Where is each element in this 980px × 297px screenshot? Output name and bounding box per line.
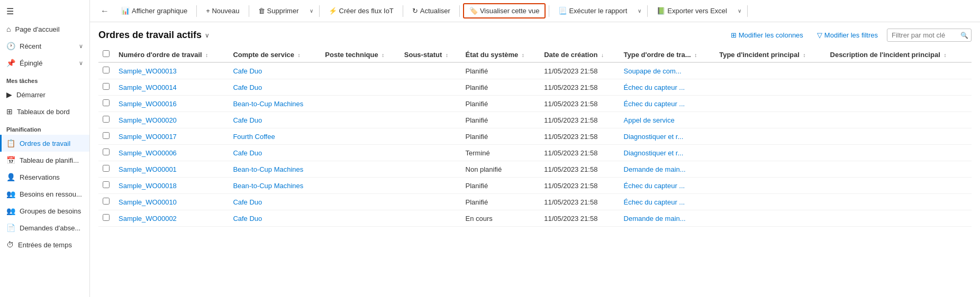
modify-filters-button[interactable]: ▽ Modifier les filtres: [812, 29, 883, 42]
executer-rapport-button[interactable]: 📃 Exécuter le rapport: [552, 4, 633, 18]
col-type-ordre[interactable]: Type d'ordre de tra... ↕: [620, 47, 715, 62]
sidebar-item-besoins-ressou[interactable]: 👥 Besoins en ressou...: [0, 185, 89, 202]
sidebar-item-tableau-planif[interactable]: 📅 Tableau de planifi...: [0, 152, 89, 169]
col-sous-statut[interactable]: Sous-statut ↕: [400, 47, 461, 62]
row-checkbox[interactable]: [103, 83, 110, 90]
afficher-graphique-button[interactable]: 📊 Afficher graphique: [115, 4, 193, 18]
row-checkbox-cell[interactable]: [98, 194, 114, 210]
row-numero[interactable]: Sample_WO00020: [114, 112, 229, 128]
home-icon: ⌂: [6, 25, 11, 33]
row-checkbox[interactable]: [103, 132, 110, 139]
row-checkbox-cell[interactable]: [98, 79, 114, 96]
row-type-ordre[interactable]: Échec du capteur ...: [620, 96, 715, 112]
page-title-dropdown[interactable]: ∨: [205, 32, 210, 39]
actualiser-button[interactable]: ↻ Actualiser: [406, 4, 456, 18]
row-numero[interactable]: Sample_WO00014: [114, 79, 229, 96]
sidebar-item-tableaux[interactable]: ⊞ Tableaux de bord: [0, 103, 89, 120]
row-checkbox[interactable]: [103, 116, 110, 123]
group-icon-2: 👥: [6, 207, 15, 215]
sidebar-item-reservations[interactable]: 👤 Réservations: [0, 169, 89, 185]
row-checkbox[interactable]: [103, 214, 110, 221]
col-poste[interactable]: Poste technique ↕: [321, 47, 400, 62]
hamburger-button[interactable]: ☰: [0, 2, 89, 21]
row-numero[interactable]: Sample_WO00002: [114, 210, 229, 227]
row-checkbox-cell[interactable]: [98, 210, 114, 227]
row-numero[interactable]: Sample_WO00016: [114, 96, 229, 112]
row-compte[interactable]: Bean-to-Cup Machines: [229, 96, 321, 112]
row-numero[interactable]: Sample_WO00017: [114, 128, 229, 145]
row-checkbox-cell[interactable]: [98, 112, 114, 128]
exporter-excel-dropdown-button[interactable]: ∨: [735, 5, 744, 17]
row-compte[interactable]: Fourth Coffee: [229, 128, 321, 145]
row-checkbox[interactable]: [103, 181, 110, 188]
row-checkbox-cell[interactable]: [98, 145, 114, 161]
row-compte[interactable]: Cafe Duo: [229, 194, 321, 210]
row-checkbox-cell[interactable]: [98, 62, 114, 79]
row-checkbox[interactable]: [103, 67, 110, 73]
row-type-ordre[interactable]: Demande de main...: [620, 161, 715, 178]
back-button[interactable]: ←: [96, 4, 113, 18]
row-compte[interactable]: Bean-to-Cup Machines: [229, 178, 321, 194]
executer-rapport-dropdown-button[interactable]: ∨: [635, 5, 644, 17]
row-type-ordre[interactable]: Échec du capteur ...: [620, 178, 715, 194]
row-checkbox[interactable]: [103, 198, 110, 205]
row-checkbox[interactable]: [103, 99, 110, 106]
exporter-excel-button[interactable]: 📗 Exporter vers Excel: [651, 4, 733, 18]
row-compte[interactable]: Cafe Duo: [229, 79, 321, 96]
nouveau-button[interactable]: + Nouveau: [200, 4, 245, 18]
toolbar: ← 📊 Afficher graphique + Nouveau 🗑 Suppr…: [90, 0, 980, 22]
row-checkbox[interactable]: [103, 148, 110, 155]
col-numero[interactable]: Numéro d'ordre de travail ↕: [114, 47, 229, 62]
row-type-ordre[interactable]: Demande de main...: [620, 210, 715, 227]
supprimer-dropdown-button[interactable]: ∨: [307, 5, 316, 17]
row-type-ordre[interactable]: Appel de service: [620, 112, 715, 128]
row-type-ordre[interactable]: Diagnostiquer et r...: [620, 128, 715, 145]
sidebar-item-ordres[interactable]: 📋 Ordres de travail: [0, 135, 89, 152]
sidebar-item-entrees-temps[interactable]: ⏱ Entrées de temps: [0, 236, 89, 253]
sidebar-item-pinned[interactable]: 📌 Épinglé ∨: [0, 54, 89, 71]
table-row: Sample_WO00014 Cafe Duo Planifié 11/05/2…: [98, 79, 972, 96]
row-type-ordre[interactable]: Échec du capteur ...: [620, 194, 715, 210]
row-checkbox-cell[interactable]: [98, 161, 114, 178]
row-compte[interactable]: Cafe Duo: [229, 210, 321, 227]
row-numero[interactable]: Sample_WO00006: [114, 145, 229, 161]
row-date: 11/05/2023 21:58: [540, 194, 619, 210]
row-compte[interactable]: Cafe Duo: [229, 62, 321, 79]
sidebar-item-groupes-besoins[interactable]: 👥 Groupes de besoins: [0, 202, 89, 219]
select-all-col[interactable]: [98, 47, 114, 62]
supprimer-button[interactable]: 🗑 Supprimer: [252, 4, 305, 18]
row-checkbox[interactable]: [103, 165, 110, 172]
row-compte[interactable]: Cafe Duo: [229, 145, 321, 161]
sidebar-item-demandes-abse[interactable]: 📄 Demandes d'abse...: [0, 219, 89, 236]
row-type-ordre[interactable]: Échec du capteur ...: [620, 79, 715, 96]
col-type-incident[interactable]: Type d'incident principal ↕: [715, 47, 825, 62]
row-numero[interactable]: Sample_WO00018: [114, 178, 229, 194]
col-etat[interactable]: État du système ↕: [461, 47, 540, 62]
modify-columns-button[interactable]: ⊞ Modifier les colonnes: [726, 29, 808, 42]
col-desc-incident[interactable]: Description de l'incident principal ↕: [826, 47, 972, 62]
filter-input[interactable]: [887, 29, 972, 42]
row-type-ordre[interactable]: Soupape de com...: [620, 62, 715, 79]
columns-icon: ⊞: [731, 31, 737, 39]
row-type-ordre[interactable]: Diagnostiquer et r...: [620, 145, 715, 161]
executer-rapport-label: Exécuter le rapport: [569, 7, 627, 15]
table-body: Sample_WO00013 Cafe Duo Planifié 11/05/2…: [98, 62, 972, 227]
row-desc-incident: [826, 128, 972, 145]
col-date[interactable]: Date de création ↓: [540, 47, 619, 62]
visualiser-vue-button[interactable]: 🏷️ Visualiser cette vue: [463, 3, 546, 18]
creer-flux-button[interactable]: ⚡ Créer des flux IoT: [323, 4, 400, 18]
row-checkbox-cell[interactable]: [98, 96, 114, 112]
select-all-checkbox[interactable]: [103, 50, 110, 57]
col-compte[interactable]: Compte de service ↕: [229, 47, 321, 62]
sidebar-item-demarrer[interactable]: ▶ Démarrer: [0, 86, 89, 103]
calendar-icon: 📅: [6, 156, 15, 164]
row-numero[interactable]: Sample_WO00013: [114, 62, 229, 79]
sidebar-item-home[interactable]: ⌂ Page d'accueil: [0, 21, 89, 38]
row-checkbox-cell[interactable]: [98, 128, 114, 145]
row-numero[interactable]: Sample_WO00001: [114, 161, 229, 178]
row-compte[interactable]: Cafe Duo: [229, 112, 321, 128]
sidebar-item-recent[interactable]: 🕐 Récent ∨: [0, 38, 89, 54]
row-numero[interactable]: Sample_WO00010: [114, 194, 229, 210]
row-compte[interactable]: Bean-to-Cup Machines: [229, 161, 321, 178]
row-checkbox-cell[interactable]: [98, 178, 114, 194]
